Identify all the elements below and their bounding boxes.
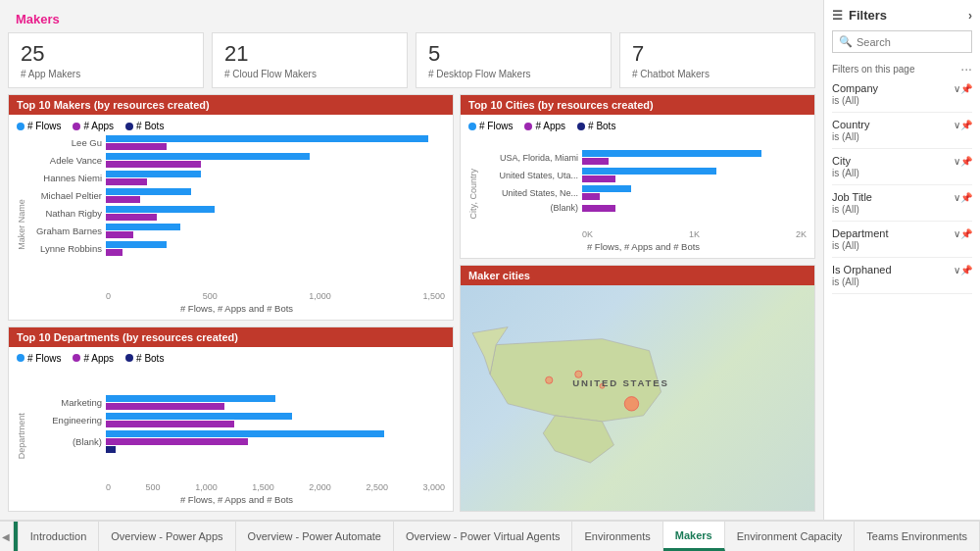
country-pin-icon: 📌	[960, 120, 972, 130]
bar-utah: United States, Uta...	[480, 168, 807, 182]
makers-x-ticks: 0 500 1,000 1,500	[28, 291, 445, 301]
tab-environment-capacity[interactable]: Environment Capacity	[725, 522, 856, 551]
map-svg: UNITED STATES	[461, 285, 814, 511]
map-container: UNITED STATES Microsoft Bing © 2023 TomT…	[461, 285, 814, 511]
stat-number-cloud: 21	[224, 41, 395, 67]
cities-x-ticks: 0K 1K 2K	[480, 229, 807, 239]
cities-legend-apps: # Apps	[524, 121, 565, 131]
city-chevron[interactable]: ∨	[954, 156, 960, 167]
filter-department-value: is (All)	[832, 240, 972, 251]
cities-legend-flows: # Flows	[468, 121, 513, 131]
filters-section-label: Filters on this page ···	[832, 61, 972, 76]
tab-overview-automate[interactable]: Overview - Power Automate	[236, 522, 394, 551]
map: UNITED STATES	[461, 285, 814, 511]
orphaned-chevron[interactable]: ∨	[954, 265, 960, 276]
bots-dot	[125, 123, 133, 130]
cities-y-axis: City, Country	[468, 135, 478, 252]
filter-jobtitle: Job Title ∨ 📌 is (All)	[832, 191, 972, 222]
bar-lee-gu: Lee Gu	[28, 135, 445, 150]
orphaned-pin-icon: 📌	[960, 265, 972, 276]
company-chevron[interactable]: ∨	[954, 83, 960, 94]
stat-number-app: 25	[21, 41, 191, 67]
stat-desktop-makers: 5 # Desktop Flow Makers	[416, 32, 612, 88]
dept-bars: Marketing Engineering	[28, 368, 445, 480]
jobtitle-pin-icon: 📌	[960, 192, 972, 203]
makers-bars: Lee Gu Adele Vance	[28, 135, 445, 289]
dept-legend-bots: # Bots	[125, 353, 164, 364]
bar-engineering: Engineering	[28, 413, 445, 427]
filter-search-box: 🔍	[832, 30, 972, 53]
bar-adele-vance: Adele Vance	[28, 153, 445, 168]
filter-company: Company ∨ 📌 is (All)	[832, 82, 972, 113]
department-pin-icon: 📌	[960, 228, 972, 239]
city-pin-icon: 📌	[960, 156, 972, 167]
legend-flows: # Flows	[17, 121, 61, 131]
stat-app-makers: 25 # App Makers	[8, 32, 204, 88]
stat-label-desktop: # Desktop Flow Makers	[428, 69, 599, 79]
bar-lynne-robbins: Lynne Robbins	[28, 241, 445, 256]
filter-country-value: is (All)	[832, 131, 972, 142]
cities-chart: Top 10 Cities (by resources created) # F…	[460, 94, 815, 259]
apps-dot	[73, 123, 80, 130]
stats-row: 25 # App Makers 21 # Cloud Flow Makers 5…	[8, 32, 815, 88]
cities-apps-dot	[524, 123, 532, 130]
dept-legend-apps: # Apps	[73, 353, 114, 364]
dept-apps-dot	[73, 354, 80, 362]
dept-flows-dot	[17, 354, 24, 362]
tab-introduction[interactable]: Introduction	[19, 522, 99, 551]
filter-department: Department ∨ 📌 is (All)	[832, 227, 972, 258]
bar-graham-barnes: Graham Barnes	[28, 224, 445, 238]
makers-chart: Top 10 Makers (by resources created) # F…	[8, 94, 454, 321]
filter-company-value: is (All)	[832, 95, 972, 106]
departments-chart: Top 10 Departments (by resources created…	[8, 326, 454, 512]
filter-search-icon: 🔍	[839, 35, 853, 48]
bar-ne: United States, Ne...	[480, 185, 807, 200]
department-chevron[interactable]: ∨	[954, 228, 960, 239]
tab-environments[interactable]: Environments	[572, 522, 662, 551]
tab-teams-environments[interactable]: Teams Environments	[855, 522, 980, 551]
dept-bots-dot	[125, 354, 133, 362]
stat-label-chatbot: # Chatbot Makers	[632, 69, 803, 79]
bar-marketing: Marketing	[28, 395, 445, 410]
filter-country: Country ∨ 📌 is (All)	[832, 119, 972, 149]
tab-makers[interactable]: Makers	[663, 522, 725, 551]
bar-blank: (Blank)	[28, 430, 445, 453]
stat-label-cloud: # Cloud Flow Makers	[224, 69, 395, 79]
tab-nav-prev[interactable]: ◀	[0, 522, 14, 551]
cities-bots-dot	[577, 123, 585, 130]
makers-x-label: # Flows, # Apps and # Bots	[28, 303, 445, 314]
departments-chart-title: Top 10 Departments (by resources created…	[9, 327, 453, 347]
tab-overview-apps[interactable]: Overview - Power Apps	[99, 522, 235, 551]
filters-dots[interactable]: ···	[960, 61, 972, 76]
makers-chart-title: Top 10 Makers (by resources created)	[9, 95, 453, 115]
filter-search-input[interactable]	[857, 36, 965, 48]
page-title: Makers	[8, 8, 815, 26]
filter-icon: ☰	[832, 9, 843, 23]
filter-orphaned: Is Orphaned ∨ 📌 is (All)	[832, 264, 972, 294]
country-chevron[interactable]: ∨	[954, 120, 960, 130]
legend-bots: # Bots	[125, 121, 164, 131]
filters-collapse-btn[interactable]: ›	[968, 9, 972, 23]
filter-jobtitle-value: is (All)	[832, 204, 972, 215]
jobtitle-chevron[interactable]: ∨	[954, 192, 960, 203]
dept-x-label: # Flows, # Apps and # Bots	[28, 494, 445, 505]
svg-point-3	[546, 377, 553, 384]
svg-text:UNITED STATES: UNITED STATES	[572, 377, 668, 388]
stat-chatbot-makers: 7 # Chatbot Makers	[619, 32, 815, 88]
tab-overview-virtual-agents[interactable]: Overview - Power Virtual Agents	[394, 522, 573, 551]
bar-michael-peltier: Michael Peltier	[28, 188, 445, 203]
filter-city-value: is (All)	[832, 168, 972, 178]
stat-cloud-makers: 21 # Cloud Flow Makers	[212, 32, 408, 88]
bar-city-blank: (Blank)	[480, 203, 807, 213]
cities-bars: USA, Florida, Miami United States, Uta..…	[480, 135, 807, 227]
filter-city: City ∨ 📌 is (All)	[832, 155, 972, 185]
legend-apps: # Apps	[73, 121, 114, 131]
cities-chart-title: Top 10 Cities (by resources created)	[461, 95, 814, 115]
stat-number-desktop: 5	[428, 41, 599, 67]
filter-orphaned-value: is (All)	[832, 276, 972, 287]
cities-x-label: # Flows, # Apps and # Bots	[480, 241, 807, 252]
company-pin-icon: 📌	[960, 83, 972, 94]
filters-title: ☰ Filters ›	[832, 8, 972, 23]
dept-legend-flows: # Flows	[17, 353, 61, 364]
stat-number-chatbot: 7	[632, 41, 803, 67]
